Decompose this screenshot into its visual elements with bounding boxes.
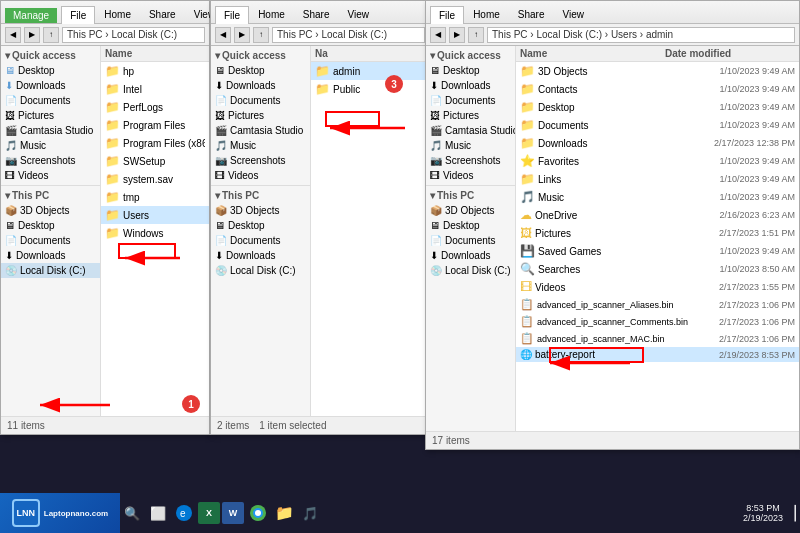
sidebar-documents2-win1[interactable]: 📄 Documents [1,233,100,248]
list-item[interactable]: 📁 Program Files (x86) [101,134,209,152]
list-item[interactable]: 📋 advanced_ip_scanner_Comments.bin 2/17/… [516,313,799,330]
excel-icon[interactable]: X [198,502,220,524]
up-btn-win3[interactable]: ↑ [468,27,484,43]
list-item[interactable]: 📋 advanced_ip_scanner_MAC.bin 2/17/2023 … [516,330,799,347]
sidebar-pics-win3[interactable]: 🖼 Pictures [426,108,515,123]
list-item[interactable]: 🔍 Searches 1/10/2023 8:50 AM [516,260,799,278]
list-item-battery-report[interactable]: 🌐 battery-report 2/19/2023 8:53 PM [516,347,799,362]
sidebar-downloads-win1[interactable]: ⬇ Downloads [1,78,100,93]
taskview-icon[interactable]: ⬜ [146,501,170,525]
list-item-public[interactable]: 📁 Public [311,80,429,98]
tab-file-win2[interactable]: File [215,6,249,24]
sidebar-downloads2-win1[interactable]: ⬇ Downloads [1,248,100,263]
chrome-icon[interactable] [246,501,270,525]
tab-file-win1[interactable]: File [61,6,95,24]
sidebar-3do-win3[interactable]: 📦 3D Objects [426,203,515,218]
tab-home-win3[interactable]: Home [464,5,509,23]
back-btn-win2[interactable]: ◀ [215,27,231,43]
sidebar-documents-win2[interactable]: 📄 Documents [211,93,310,108]
forward-btn-win2[interactable]: ▶ [234,27,250,43]
address-path-win1[interactable]: This PC › Local Disk (C:) [62,27,205,43]
sidebar-music-win3[interactable]: 🎵 Music [426,138,515,153]
back-btn-win1[interactable]: ◀ [5,27,21,43]
list-item-admin[interactable]: 📁 admin [311,62,429,80]
list-item[interactable]: 📁 Desktop 1/10/2023 9:49 AM [516,98,799,116]
list-item[interactable]: 📁 3D Objects 1/10/2023 9:49 AM [516,62,799,80]
tab-manage[interactable]: Manage [5,8,57,23]
sidebar-downloads-win2[interactable]: ⬇ Downloads [211,78,310,93]
sidebar-pictures-win1[interactable]: 🖼 Pictures [1,108,100,123]
list-item[interactable]: 📁 Intel [101,80,209,98]
sidebar-docs3-win2[interactable]: 📄 Documents [211,233,310,248]
forward-btn-win1[interactable]: ▶ [24,27,40,43]
sidebar-3do-win2[interactable]: 📦 3D Objects [211,203,310,218]
list-item[interactable]: 🎞 Videos 2/17/2023 1:55 PM [516,278,799,296]
address-path-win2[interactable]: This PC › Local Disk (C:) [272,27,425,43]
address-path-win3[interactable]: This PC › Local Disk (C:) › Users › admi… [487,27,795,43]
list-item[interactable]: 📁 Program Files [101,116,209,134]
list-item[interactable]: 💾 Saved Games 1/10/2023 9:49 AM [516,242,799,260]
back-btn-win3[interactable]: ◀ [430,27,446,43]
sidebar-desktop-win1[interactable]: 🖥 Desktop [1,63,100,78]
up-btn-win2[interactable]: ↑ [253,27,269,43]
list-item[interactable]: 📁 Documents 1/10/2023 9:49 AM [516,116,799,134]
list-item[interactable]: 📁 Contacts 1/10/2023 9:49 AM [516,80,799,98]
list-item[interactable]: 📁 tmp [101,188,209,206]
sidebar-localdisk-win2[interactable]: 💿 Local Disk (C:) [211,263,310,278]
forward-btn-win3[interactable]: ▶ [449,27,465,43]
sidebar-screenshots-win2[interactable]: 📷 Screenshots [211,153,310,168]
list-item[interactable]: 📁 hp [101,62,209,80]
sidebar-pictures-win2[interactable]: 🖼 Pictures [211,108,310,123]
sidebar-cam-win3[interactable]: 🎬 Camtasia Studio [426,123,515,138]
tab-home-win2[interactable]: Home [249,5,294,23]
up-btn-win1[interactable]: ↑ [43,27,59,43]
sidebar-dl3b-win3[interactable]: ⬇ Downloads [426,248,515,263]
sidebar-desktop2-win1[interactable]: 🖥 Desktop [1,218,100,233]
sidebar-documents-win1[interactable]: 📄 Documents [1,93,100,108]
list-item[interactable]: 📁 PerfLogs [101,98,209,116]
list-item[interactable]: 📁 Links 1/10/2023 9:49 AM [516,170,799,188]
list-item[interactable]: 📁 system.sav [101,170,209,188]
sidebar-dl-win3[interactable]: ⬇ Downloads [426,78,515,93]
show-desktop-btn[interactable]: ▕ [785,505,796,521]
media-icon[interactable]: 🎵 [298,501,322,525]
list-item[interactable]: 📁 Downloads 2/17/2023 12:38 PM [516,134,799,152]
tab-share-win2[interactable]: Share [294,5,339,23]
list-item[interactable]: 📋 advanced_ip_scanner_Aliases.bin 2/17/2… [516,296,799,313]
list-item[interactable]: 📁 Windows [101,224,209,242]
sidebar-videos-win2[interactable]: 🎞 Videos [211,168,310,183]
list-item-users[interactable]: 📁 Users [101,206,209,224]
sidebar-camtasia-win1[interactable]: 🎬 Camtasia Studio [1,123,100,138]
list-item[interactable]: ☁ OneDrive 2/16/2023 6:23 AM [516,206,799,224]
tab-file-win3[interactable]: File [430,6,464,24]
tab-share-win1[interactable]: Share [140,5,185,23]
sidebar-desktop-win2[interactable]: 🖥 Desktop [211,63,310,78]
tab-home-win1[interactable]: Home [95,5,140,23]
edge-icon[interactable]: e [172,501,196,525]
search-taskbar-icon[interactable]: 🔍 [120,501,144,525]
tab-view-win2[interactable]: View [339,5,379,23]
sidebar-camtasia-win2[interactable]: 🎬 Camtasia Studio [211,123,310,138]
sidebar-localdisk-win1[interactable]: 💿 Local Disk (C:) [1,263,100,278]
sidebar-doc3b-win3[interactable]: 📄 Documents [426,233,515,248]
sidebar-desk3b-win3[interactable]: 🖥 Desktop [426,218,515,233]
sidebar-dl3-win2[interactable]: ⬇ Downloads [211,248,310,263]
tab-share-win3[interactable]: Share [509,5,554,23]
word-icon[interactable]: W [222,502,244,524]
explorer-icon[interactable]: 📁 [272,501,296,525]
sidebar-screenshots-win1[interactable]: 📷 Screenshots [1,153,100,168]
list-item[interactable]: ⭐ Favorites 1/10/2023 9:49 AM [516,152,799,170]
list-item[interactable]: 🎵 Music 1/10/2023 9:49 AM [516,188,799,206]
sidebar-music-win2[interactable]: 🎵 Music [211,138,310,153]
sidebar-vid-win3[interactable]: 🎞 Videos [426,168,515,183]
sidebar-videos-win1[interactable]: 🎞 Videos [1,168,100,183]
sidebar-docs-win3[interactable]: 📄 Documents [426,93,515,108]
list-item[interactable]: 📁 SWSetup [101,152,209,170]
sidebar-ld-win3[interactable]: 💿 Local Disk (C:) [426,263,515,278]
sidebar-desktop-win3[interactable]: 🖥 Desktop [426,63,515,78]
tab-view-win3[interactable]: View [554,5,594,23]
sidebar-music-win1[interactable]: 🎵 Music [1,138,100,153]
list-item[interactable]: 🖼 Pictures 2/17/2023 1:51 PM [516,224,799,242]
sidebar-ss-win3[interactable]: 📷 Screenshots [426,153,515,168]
sidebar-desktop3-win2[interactable]: 🖥 Desktop [211,218,310,233]
